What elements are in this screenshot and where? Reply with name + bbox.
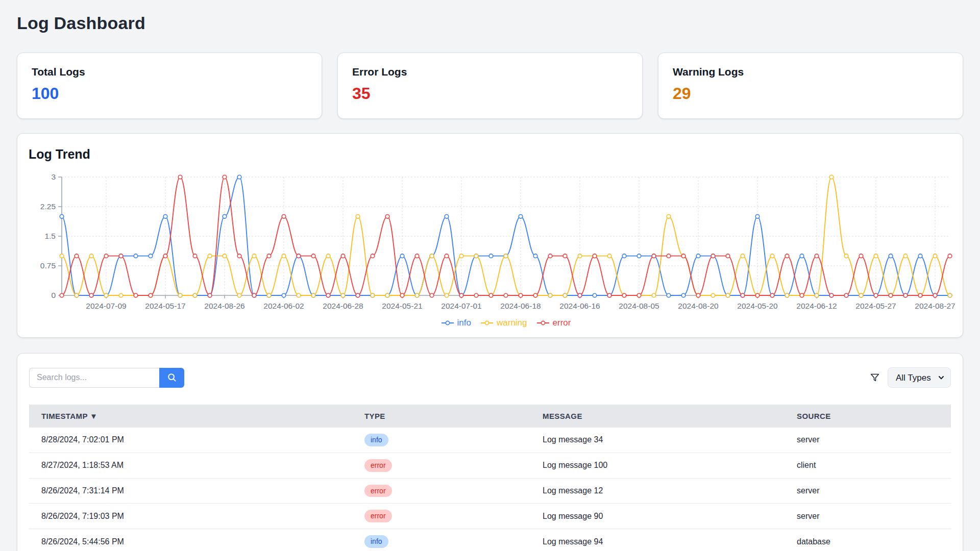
column-header-message[interactable]: MESSAGE — [530, 405, 785, 428]
data-point-info — [134, 254, 138, 258]
table-controls: All Types — [29, 367, 951, 388]
y-axis-tick: 3 — [51, 172, 56, 181]
data-point-warning — [326, 254, 330, 258]
search-input[interactable] — [29, 368, 159, 388]
data-point-warning — [430, 254, 434, 258]
data-point-error — [607, 293, 611, 297]
stat-value: 100 — [32, 84, 307, 103]
data-point-warning — [859, 293, 863, 297]
stat-value: 35 — [352, 84, 628, 103]
y-axis-tick: 0.75 — [40, 261, 56, 270]
x-axis-tick: 2024-08-20 — [678, 302, 719, 310]
type-badge-error: error — [364, 459, 392, 472]
data-point-info — [282, 293, 286, 297]
data-point-error — [785, 254, 789, 258]
data-point-info — [889, 254, 893, 258]
cell-message: Log message 94 — [530, 529, 785, 551]
data-point-error — [859, 254, 863, 258]
data-point-error — [593, 254, 597, 258]
data-point-error — [459, 293, 463, 297]
cell-type: info — [352, 529, 530, 551]
data-point-error — [578, 293, 582, 297]
data-point-error — [667, 254, 671, 258]
cell-type: error — [352, 478, 530, 504]
data-point-warning — [578, 254, 582, 258]
data-point-info — [489, 254, 493, 258]
data-point-error — [193, 254, 197, 258]
data-point-info — [237, 175, 241, 179]
x-axis-tick: 2024-06-02 — [263, 302, 304, 310]
data-point-error — [89, 293, 93, 297]
data-point-warning — [785, 293, 789, 297]
data-point-info — [223, 215, 227, 219]
cell-source: server — [785, 478, 951, 504]
column-header-source[interactable]: SOURCE — [785, 405, 951, 428]
data-point-warning — [341, 293, 345, 297]
data-point-error — [889, 293, 893, 297]
data-point-info — [400, 254, 404, 258]
data-point-error — [563, 254, 567, 258]
data-point-error — [726, 254, 730, 258]
data-point-error — [252, 293, 256, 297]
legend-marker-icon — [536, 320, 550, 326]
stat-card-error-logs: Error Logs 35 — [337, 53, 643, 119]
legend-item-error[interactable]: error — [536, 318, 571, 328]
data-point-error — [637, 293, 641, 297]
stat-card-total-logs: Total Logs 100 — [17, 53, 322, 119]
legend-item-warning[interactable]: warning — [480, 318, 527, 328]
data-point-warning — [459, 254, 463, 258]
stat-label: Error Logs — [352, 66, 628, 78]
data-point-error — [755, 293, 760, 297]
search-button[interactable] — [159, 368, 184, 388]
data-point-error — [149, 293, 153, 297]
stat-value: 29 — [673, 84, 948, 103]
data-point-error — [948, 254, 952, 258]
column-header-type[interactable]: TYPE — [352, 405, 530, 428]
data-point-error — [178, 175, 182, 179]
data-point-warning — [60, 254, 64, 258]
data-point-warning — [770, 254, 774, 258]
data-point-error — [741, 293, 745, 297]
data-point-warning — [652, 293, 656, 297]
data-point-info — [149, 254, 153, 258]
data-point-warning — [829, 175, 834, 179]
table-header-row: TIMESTAMP ▼ TYPE MESSAGE SOURCE — [29, 405, 951, 428]
x-axis-tick: 2024-06-28 — [323, 302, 363, 310]
data-point-warning — [903, 254, 908, 258]
x-axis-tick: 2024-06-12 — [796, 302, 837, 310]
data-point-error — [311, 254, 315, 258]
data-point-warning — [548, 293, 552, 297]
data-point-error — [104, 254, 108, 258]
legend-item-info[interactable]: info — [441, 318, 471, 328]
data-point-error — [385, 215, 389, 219]
y-axis-tick: 1.5 — [44, 232, 56, 240]
data-point-error — [341, 254, 345, 258]
log-trend-card: Log Trend 00.751.52.2532024-07-092024-05… — [17, 133, 963, 338]
legend-marker-icon — [441, 320, 454, 326]
cell-message: Log message 34 — [530, 428, 785, 453]
data-point-error — [223, 175, 227, 179]
type-filter-select[interactable]: All Types — [888, 367, 951, 388]
log-trend-chart[interactable]: 00.751.52.2532024-07-092024-05-172024-08… — [17, 168, 963, 317]
x-axis-tick: 2024-05-27 — [855, 302, 896, 310]
data-point-info — [755, 215, 760, 219]
data-point-error — [400, 293, 404, 297]
data-point-warning — [474, 254, 478, 258]
data-point-warning — [711, 293, 715, 297]
x-axis-tick: 2024-07-09 — [86, 302, 126, 310]
cell-message: Log message 12 — [530, 478, 785, 504]
legend-marker-icon — [480, 320, 494, 326]
stat-card-warning-logs: Warning Logs 29 — [658, 53, 963, 119]
cell-source: client — [785, 453, 951, 478]
data-point-error — [75, 254, 79, 258]
data-point-error — [163, 254, 167, 258]
data-point-warning — [815, 293, 819, 297]
data-point-error — [874, 293, 878, 297]
data-point-error — [696, 293, 700, 297]
column-header-timestamp[interactable]: TIMESTAMP ▼ — [29, 405, 352, 428]
x-axis-tick: 2024-08-26 — [204, 302, 244, 310]
data-point-error — [800, 293, 804, 297]
data-point-info — [163, 215, 167, 219]
data-point-info — [533, 254, 537, 258]
cell-message: Log message 90 — [530, 504, 785, 529]
